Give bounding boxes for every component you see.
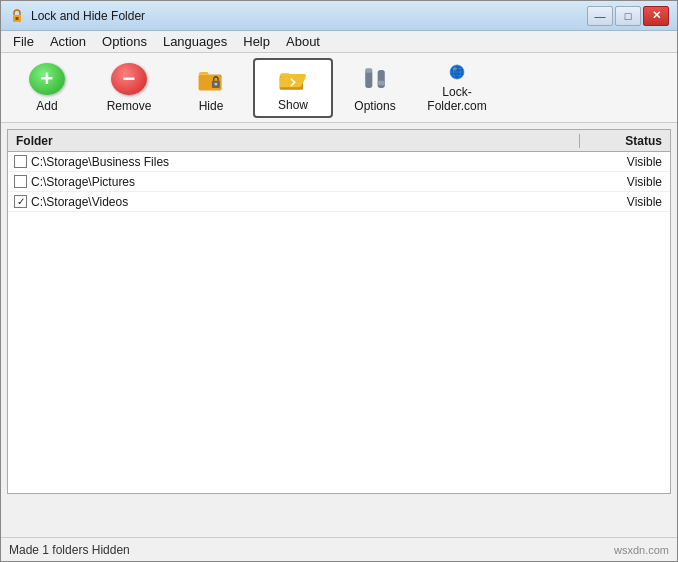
row-folder-2: C:\Storage\Pictures xyxy=(8,175,580,189)
menu-help[interactable]: Help xyxy=(235,32,278,51)
svg-rect-1 xyxy=(16,17,19,20)
status-bar: Made 1 folders Hidden wsxdn.com xyxy=(1,537,677,561)
folder-path-1: C:\Storage\Business Files xyxy=(31,155,169,169)
show-label: Show xyxy=(278,98,308,112)
website-label: Lock-Folder.com xyxy=(422,85,492,113)
watermark: wsxdn.com xyxy=(614,544,669,556)
options-label: Options xyxy=(354,99,395,113)
checkbox-2[interactable] xyxy=(14,175,27,188)
add-label: Add xyxy=(36,99,57,113)
hide-label: Hide xyxy=(199,99,224,113)
svg-rect-7 xyxy=(365,68,372,72)
folder-path-2: C:\Storage\Pictures xyxy=(31,175,135,189)
menu-about[interactable]: About xyxy=(278,32,328,51)
menu-action[interactable]: Action xyxy=(42,32,94,51)
table-row[interactable]: C:\Storage\Pictures Visible xyxy=(8,172,670,192)
options-button[interactable]: Options xyxy=(335,58,415,118)
toolbar: + Add − Remove Hide xyxy=(1,53,677,123)
remove-button[interactable]: − Remove xyxy=(89,58,169,118)
window-controls: — □ ✕ xyxy=(587,6,669,26)
row-folder-1: C:\Storage\Business Files xyxy=(8,155,580,169)
table-header: Folder Status xyxy=(8,130,670,152)
minimize-button[interactable]: — xyxy=(587,6,613,26)
checkbox-1[interactable] xyxy=(14,155,27,168)
hide-button[interactable]: Hide xyxy=(171,58,251,118)
globe-icon xyxy=(439,63,475,81)
menu-file[interactable]: File xyxy=(5,32,42,51)
column-status: Status xyxy=(580,134,670,148)
window-title: Lock and Hide Folder xyxy=(31,9,145,23)
remove-icon: − xyxy=(111,63,147,95)
hide-folder-icon xyxy=(193,63,229,95)
menu-languages[interactable]: Languages xyxy=(155,32,235,51)
row-folder-3: ✓ C:\Storage\Videos xyxy=(8,195,580,209)
row-status-3: Visible xyxy=(580,195,670,209)
app-icon xyxy=(9,8,25,24)
menu-options[interactable]: Options xyxy=(94,32,155,51)
checkbox-3[interactable]: ✓ xyxy=(14,195,27,208)
close-button[interactable]: ✕ xyxy=(643,6,669,26)
folder-path-3: C:\Storage\Videos xyxy=(31,195,128,209)
row-status-2: Visible xyxy=(580,175,670,189)
column-folder: Folder xyxy=(8,134,580,148)
table-row[interactable]: C:\Storage\Business Files Visible xyxy=(8,152,670,172)
maximize-button[interactable]: □ xyxy=(615,6,641,26)
menu-bar: File Action Options Languages Help About xyxy=(1,31,677,53)
table-row[interactable]: ✓ C:\Storage\Videos Visible xyxy=(8,192,670,212)
show-folder-icon xyxy=(275,64,311,94)
status-text: Made 1 folders Hidden xyxy=(9,543,130,557)
svg-rect-4 xyxy=(215,83,218,85)
remove-label: Remove xyxy=(107,99,152,113)
svg-rect-9 xyxy=(378,80,385,84)
add-button[interactable]: + Add xyxy=(7,58,87,118)
add-icon: + xyxy=(29,63,65,95)
row-status-1: Visible xyxy=(580,155,670,169)
svg-rect-6 xyxy=(365,70,372,88)
folder-list: Folder Status C:\Storage\Business Files … xyxy=(7,129,671,494)
show-button[interactable]: Show xyxy=(253,58,333,118)
title-bar: Lock and Hide Folder — □ ✕ xyxy=(1,1,677,31)
options-icon xyxy=(357,63,393,95)
website-button[interactable]: Lock-Folder.com xyxy=(417,58,497,118)
